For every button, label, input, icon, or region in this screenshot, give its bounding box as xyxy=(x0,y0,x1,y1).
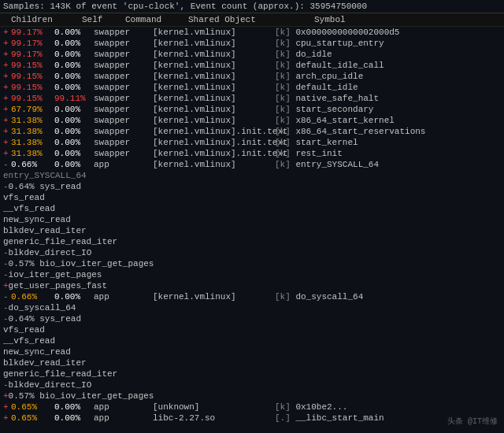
list-item: vfs_read xyxy=(0,192,504,203)
children-pct: 0.65% xyxy=(11,402,54,412)
command: swapper xyxy=(94,138,153,147)
expand-icon[interactable]: + xyxy=(3,413,11,423)
table-row[interactable]: + 99.17% 0.00% swapper [kernel.vmlinux] … xyxy=(0,49,504,60)
collapse-icon[interactable]: - xyxy=(3,160,11,169)
table-row[interactable]: + 67.79% 0.00% swapper [kernel.vmlinux] … xyxy=(0,104,504,115)
command: swapper xyxy=(94,72,153,81)
table-row[interactable]: + 99.15% 0.00% swapper [kernel.vmlinux] … xyxy=(0,71,504,82)
symbol: [k] default_idle xyxy=(275,83,501,92)
table-row[interactable]: + 99.15% 99.11% swapper [kernel.vmlinux]… xyxy=(0,93,504,104)
command: swapper xyxy=(94,105,153,114)
self-pct: 0.00% xyxy=(54,292,94,302)
symbol: [k] 0x0000000000002000d5 xyxy=(275,28,501,37)
children-pct: 0.66% xyxy=(11,160,54,169)
expand-icon[interactable]: + xyxy=(3,127,11,136)
command: app xyxy=(94,413,153,423)
table-row[interactable]: + 31.38% 0.00% swapper [kernel.vmlinux].… xyxy=(0,126,504,137)
shared-object: [kernel.vmlinux] xyxy=(153,39,275,48)
list-item: __vfs_read xyxy=(0,335,504,346)
expand-icon[interactable]: + xyxy=(3,402,11,412)
table-row[interactable]: + 99.15% 0.00% swapper [kernel.vmlinux] … xyxy=(0,82,504,93)
list-item: - iov_iter_get_pages xyxy=(0,269,504,280)
self-pct: 0.00% xyxy=(54,83,94,92)
shared-object: [kernel.vmlinux] xyxy=(153,61,275,70)
symbol: [k] start_secondary xyxy=(275,105,501,114)
command: swapper xyxy=(94,116,153,125)
list-item: blkdev_read_iter xyxy=(0,225,504,236)
shared-object: [kernel.vmlinux] xyxy=(153,160,275,169)
self-pct: 0.00% xyxy=(54,28,94,37)
self-pct: 0.00% xyxy=(54,50,94,59)
expand-icon[interactable]: + xyxy=(3,39,11,48)
list-item: - 0.64% sys_read xyxy=(0,181,504,192)
perf-report-container[interactable]: Samples: 143K of event 'cpu-clock', Even… xyxy=(0,0,504,433)
shared-object: [kernel.vmlinux].init.text xyxy=(153,138,275,147)
command: app xyxy=(94,160,153,169)
table-row[interactable]: + 99.17% 0.00% swapper [kernel.vmlinux] … xyxy=(0,27,504,38)
table-row[interactable]: + 31.38% 0.00% swapper [kernel.vmlinux].… xyxy=(0,148,504,159)
shared-object: [kernel.vmlinux] xyxy=(153,28,275,37)
header-text: Samples: 143K of event 'cpu-clock', Even… xyxy=(3,2,367,11)
table-row[interactable]: + 0.65% 0.00% app [unknown] [k] 0x10be2.… xyxy=(0,402,504,413)
children-pct: 99.15% xyxy=(11,72,54,81)
list-item: generic_file_read_iter xyxy=(0,368,504,379)
shared-object: [kernel.vmlinux] xyxy=(153,94,275,103)
symbol: [k] 0x10be2... xyxy=(275,402,501,412)
self-pct: 99.11% xyxy=(54,94,94,103)
expand-icon[interactable]: + xyxy=(3,116,11,125)
table-row[interactable]: - 0.66% 0.00% app [kernel.vmlinux] [k] e… xyxy=(0,159,504,170)
command: swapper xyxy=(94,61,153,70)
self-pct: 0.00% xyxy=(54,402,94,412)
command: swapper xyxy=(94,149,153,158)
expand-icon[interactable]: + xyxy=(3,83,11,92)
symbol: [k] start_kernel xyxy=(275,138,501,147)
expand-icon[interactable]: + xyxy=(3,105,11,114)
table-row[interactable]: + 31.38% 0.00% swapper [kernel.vmlinux].… xyxy=(0,137,504,148)
children-pct: 99.17% xyxy=(11,39,54,48)
col-header-shared: Shared Object xyxy=(188,15,314,24)
children-pct: 31.38% xyxy=(11,116,54,125)
watermark: 头条 @IT维修 xyxy=(447,416,498,427)
list-item: blkdev_read_iter xyxy=(0,357,504,368)
symbol: [k] do_idle xyxy=(275,50,501,59)
col-header-self: Self xyxy=(82,15,125,24)
children-pct: 31.38% xyxy=(11,138,54,147)
children-pct: 99.17% xyxy=(11,50,54,59)
symbol: [k] native_safe_halt xyxy=(275,94,501,103)
table-row[interactable]: - 0.66% 0.00% app [kernel.vmlinux] [k] d… xyxy=(0,291,504,302)
collapse-icon[interactable]: - xyxy=(3,292,11,302)
children-pct: 31.38% xyxy=(11,149,54,158)
expand-icon[interactable]: + xyxy=(3,72,11,81)
col-header-children: Children xyxy=(11,15,82,24)
symbol: [k] x86_64_start_reservations xyxy=(275,127,501,136)
self-pct: 0.00% xyxy=(54,160,94,169)
children-pct: 0.66% xyxy=(11,292,54,302)
list-item: - do_syscall_64 xyxy=(0,302,504,313)
command: swapper xyxy=(94,50,153,59)
expand-icon[interactable]: + xyxy=(3,50,11,59)
symbol: [k] arch_cpu_idle xyxy=(275,72,501,81)
children-pct: 99.15% xyxy=(11,61,54,70)
expand-icon[interactable]: + xyxy=(3,94,11,103)
shared-object: [kernel.vmlinux] xyxy=(153,83,275,92)
expand-icon[interactable]: + xyxy=(3,149,11,158)
col-header-command: Command xyxy=(125,15,188,24)
children-pct: 31.38% xyxy=(11,127,54,136)
table-row[interactable]: + 31.38% 0.00% swapper [kernel.vmlinux] … xyxy=(0,115,504,126)
table-row[interactable]: + 99.17% 0.00% swapper [kernel.vmlinux] … xyxy=(0,38,504,49)
list-item: new_sync_read xyxy=(0,214,504,225)
col-header-symbol: Symbol xyxy=(314,15,501,24)
children-pct: 99.15% xyxy=(11,83,54,92)
table-row[interactable]: + 0.65% 0.00% app libc-2.27.so [.] __lib… xyxy=(0,413,504,424)
expand-icon[interactable]: + xyxy=(3,28,11,37)
command: app xyxy=(94,292,153,302)
shared-object: [kernel.vmlinux] xyxy=(153,292,275,302)
expand-icon[interactable]: + xyxy=(3,138,11,147)
list-item: generic_file_read_iter xyxy=(0,236,504,247)
symbol: [k] cpu_startup_entry xyxy=(275,39,501,48)
shared-object: [kernel.vmlinux] xyxy=(153,72,275,81)
expand-icon[interactable]: + xyxy=(3,61,11,70)
shared-object: [kernel.vmlinux] xyxy=(153,50,275,59)
table-row[interactable]: + 99.15% 0.00% swapper [kernel.vmlinux] … xyxy=(0,60,504,71)
command: swapper xyxy=(94,39,153,48)
